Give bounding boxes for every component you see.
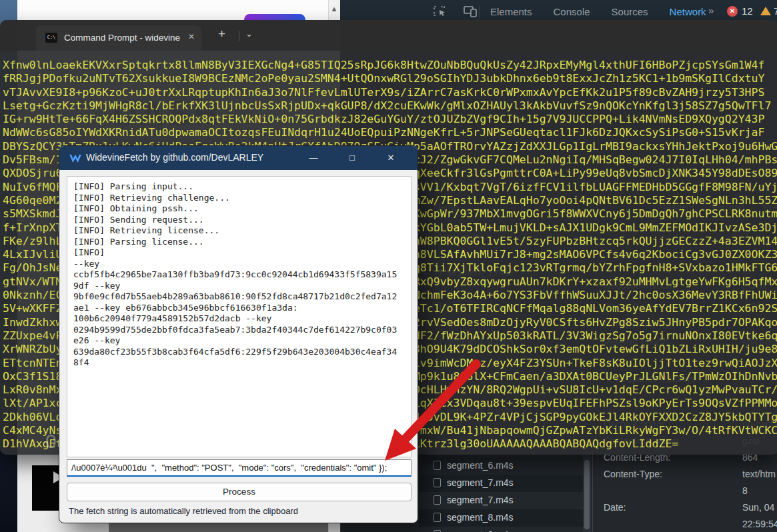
- error-badge-icon[interactable]: ✕: [727, 6, 738, 17]
- file-row[interactable]: segment_8.m4s: [419, 527, 583, 532]
- terminal-tab-bar: C:\ Command Prompt - widevine ✕ + ⌄: [0, 20, 777, 51]
- header-value: 8: [742, 485, 777, 496]
- inspect-icon[interactable]: [433, 5, 448, 18]
- file-list-scrollbar-thumb[interactable]: [584, 460, 590, 529]
- process-button[interactable]: Process: [67, 483, 412, 501]
- tab-bar-divider: [239, 31, 239, 41]
- maximize-button[interactable]: □: [343, 151, 361, 165]
- terminal-tab[interactable]: C:\ Command Prompt - widevine ✕: [36, 25, 201, 51]
- terminal-line: Lsetg+GczKzti9MjWHgR8cl/bErkfXK3lUjnbcUs…: [3, 99, 777, 113]
- document-icon: [434, 495, 441, 505]
- log-output[interactable]: [INFO] Parsing input... [INFO] Retrievin…: [67, 176, 412, 457]
- scroll-up-icon[interactable]: ▲: [329, 4, 339, 13]
- header-label: Date:: [604, 502, 626, 513]
- tab-dropdown-icon[interactable]: ⌄: [245, 29, 253, 39]
- file-row[interactable]: segment_8.m4s: [419, 509, 583, 527]
- device-toolbar-icon[interactable]: [463, 5, 478, 18]
- tab-network[interactable]: Network: [670, 6, 706, 17]
- file-row[interactable]: segment_7.m4s: [419, 492, 583, 509]
- error-count[interactable]: 12: [742, 5, 753, 17]
- fetch-string-input[interactable]: [67, 459, 412, 477]
- warning-count[interactable]: 7: [774, 5, 777, 17]
- status-text: The fetch string is automatically retrie…: [69, 506, 298, 516]
- header-label: Content-Type:: [604, 469, 662, 479]
- document-icon: [434, 513, 441, 522]
- widevinefetch-window: WidevineFetch by github.com/DevLARLEY — …: [59, 145, 418, 523]
- warning-badge-icon[interactable]: [760, 7, 771, 15]
- header-value: Sun, 04: [742, 502, 777, 513]
- dialog-title-bar[interactable]: WidevineFetch by github.com/DevLARLEY — …: [59, 146, 418, 170]
- dialog-title: WidevineFetch by github.com/DevLARLEY: [86, 152, 263, 163]
- terminal-line: IG+rw9HtTe+66FqX4H6ZSSHCROQPdx8qtFEkVkNi…: [3, 113, 777, 126]
- minimize-button[interactable]: —: [305, 151, 322, 165]
- widevinefetch-icon: [69, 153, 81, 163]
- document-icon: [434, 478, 441, 487]
- terminal-line: NdWWc6sG85oIYWdXKRnidATu0dpwamaOCItozqsF…: [3, 126, 777, 139]
- terminal-line: fRRJgjPDofku2uNTvT62XsukkueI8W9BCEzNMc2o…: [3, 72, 777, 85]
- screenshot-stage: DASH ▲ ↑↓NameHeadersPayloadPreviewno_aut…: [0, 0, 777, 532]
- new-tab-icon[interactable]: +: [218, 27, 225, 41]
- document-icon: [434, 461, 441, 470]
- file-row[interactable]: segment_7.m4s: [419, 475, 583, 492]
- terminal-line: Xfnw0lnLoaekEKVXxrSptqkrtx8llmN8ByV3IEXG…: [3, 59, 777, 72]
- tab-console[interactable]: Console: [554, 6, 590, 17]
- toolbar-divider: [479, 5, 480, 19]
- more-tabs-icon[interactable]: »: [708, 5, 712, 16]
- header-value: text/htm: [742, 469, 777, 479]
- header-value: 22:59:54: [742, 519, 777, 529]
- tab-sources[interactable]: Sources: [612, 6, 648, 17]
- terminal-tab-title: Command Prompt - widevine: [64, 33, 180, 43]
- page-counter-ghost: 0: [45, 430, 57, 453]
- tab-close-icon[interactable]: ✕: [188, 32, 195, 41]
- terminal-line: vTJAvvXE9I8+p96KzoC+uJ0trXxLRqptupKhIn6a…: [3, 86, 777, 99]
- close-button[interactable]: ✕: [382, 151, 400, 165]
- tab-elements[interactable]: Elements: [490, 6, 532, 17]
- cmd-icon: C:\: [45, 33, 57, 43]
- file-row[interactable]: segment_6.m4s: [419, 457, 583, 475]
